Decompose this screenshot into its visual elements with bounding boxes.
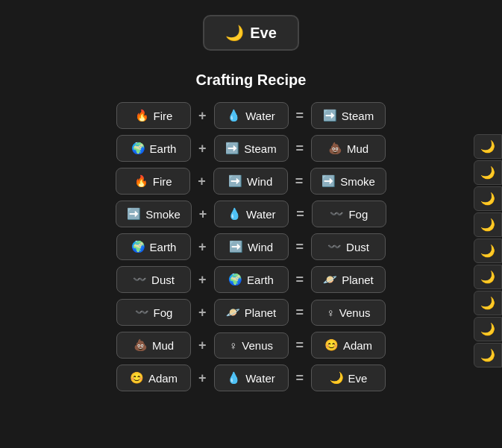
output-chip[interactable]: 〰️ Fog xyxy=(312,201,386,227)
input1-chip[interactable]: 🌍 Earth xyxy=(116,233,191,260)
recipe-row: 💩 Mud + ♀️ Venus = 😊 Adam xyxy=(116,332,386,359)
input2-label: Wind xyxy=(247,175,272,188)
output-emoji: 〰️ xyxy=(327,240,342,253)
equals-operator: = xyxy=(296,239,304,255)
input2-emoji: 💧 xyxy=(227,109,241,122)
input1-emoji: 🌍 xyxy=(131,240,145,253)
output-emoji: ♀️ xyxy=(327,306,335,319)
sidebar-moon-item[interactable]: 🌙 xyxy=(474,239,502,263)
plus-operator: + xyxy=(198,272,207,288)
recipe-row: 🔥 Fire + 💧 Water = ➡️ Steam xyxy=(116,102,386,129)
input1-emoji: 〰️ xyxy=(135,306,149,319)
output-label: Steam xyxy=(342,110,374,122)
sidebar-moon-item[interactable]: 🌙 xyxy=(474,212,502,237)
sidebar-moon-item[interactable]: 🌙 xyxy=(474,186,502,211)
input1-label: Smoke xyxy=(145,208,181,221)
sidebar-moon-item[interactable]: 🌙 xyxy=(474,291,502,315)
output-emoji: 😊 xyxy=(324,338,339,352)
sidebar-moon-item[interactable]: 🌙 xyxy=(474,343,502,367)
input2-emoji: ♀️ xyxy=(229,339,237,352)
recipe-row: 🌍 Earth + ➡️ Wind = 〰️ Dust xyxy=(116,233,386,260)
output-chip[interactable]: 🌙 Eve xyxy=(311,365,386,391)
input1-chip[interactable]: ➡️ Smoke xyxy=(116,201,192,227)
input1-chip[interactable]: 💩 Mud xyxy=(116,332,191,359)
input2-label: Wind xyxy=(248,241,273,253)
output-chip[interactable]: ➡️ Steam xyxy=(311,102,386,129)
equals-operator: = xyxy=(296,338,304,353)
output-label: Eve xyxy=(348,372,368,385)
input1-label: Dust xyxy=(151,274,175,286)
input2-emoji: 🪐 xyxy=(226,306,240,319)
input2-label: Water xyxy=(245,110,274,122)
output-label: Venus xyxy=(339,306,371,319)
input2-chip[interactable]: ➡️ Wind xyxy=(214,233,289,260)
input1-chip[interactable]: 〰️ Dust xyxy=(116,266,191,293)
output-chip[interactable]: ➡️ Smoke xyxy=(310,168,386,195)
output-chip[interactable]: ♀️ Venus xyxy=(311,300,386,326)
title-emoji: 🌙 xyxy=(225,24,244,42)
equals-operator: = xyxy=(296,108,304,124)
input2-chip[interactable]: 🌍 Earth xyxy=(214,266,289,293)
output-label: Smoke xyxy=(340,175,375,188)
recipe-row: 🌍 Earth + ➡️ Steam = 💩 Mud xyxy=(116,135,386,162)
input2-chip[interactable]: 💧 Water xyxy=(214,102,289,129)
sidebar-moon-item[interactable]: 🌙 xyxy=(474,160,502,185)
input2-chip[interactable]: ➡️ Steam xyxy=(214,135,289,162)
output-chip[interactable]: 💩 Mud xyxy=(311,135,386,162)
output-emoji: ➡️ xyxy=(323,109,337,122)
sidebar-moon-item[interactable]: 🌙 xyxy=(474,317,502,341)
input1-chip[interactable]: 〰️ Fog xyxy=(116,299,191,326)
output-emoji: 〰️ xyxy=(330,207,344,221)
input1-label: Fire xyxy=(154,110,173,122)
plus-operator: + xyxy=(199,206,207,222)
title-label: Eve xyxy=(250,25,277,42)
input1-emoji: 💩 xyxy=(134,338,148,352)
recipe-row: 〰️ Dust + 🌍 Earth = 🪐 Planet xyxy=(116,266,386,293)
sidebar-moons: 🌙🌙🌙🌙🌙🌙🌙🌙🌙 xyxy=(474,134,502,367)
output-chip[interactable]: 〰️ Dust xyxy=(311,233,386,260)
input1-chip[interactable]: 🌍 Earth xyxy=(116,135,191,162)
equals-operator: = xyxy=(296,272,304,288)
output-label: Adam xyxy=(343,339,372,352)
input2-label: Water xyxy=(245,372,274,385)
input2-chip[interactable]: 💧 Water xyxy=(214,365,289,391)
title-button[interactable]: 🌙 Eve xyxy=(203,15,299,51)
input2-label: Earth xyxy=(247,274,274,286)
input2-chip[interactable]: ♀️ Venus xyxy=(214,332,289,359)
recipes-container: 🔥 Fire + 💧 Water = ➡️ Steam 🌍 Earth + ➡️… xyxy=(116,102,386,391)
input1-emoji: 🔥 xyxy=(134,174,148,188)
input1-chip[interactable]: 🔥 Fire xyxy=(116,102,191,129)
sidebar-moon-item[interactable]: 🌙 xyxy=(474,134,502,159)
input2-label: Water xyxy=(246,208,275,221)
sidebar-moon-item[interactable]: 🌙 xyxy=(474,265,502,289)
input1-chip[interactable]: 😊 Adam xyxy=(116,365,191,391)
input2-chip[interactable]: 💧 Water xyxy=(214,201,289,227)
input1-label: Fog xyxy=(154,306,173,319)
output-chip[interactable]: 🪐 Planet xyxy=(311,266,386,293)
output-label: Dust xyxy=(346,241,369,253)
output-chip[interactable]: 😊 Adam xyxy=(311,332,386,359)
plus-operator: + xyxy=(198,108,207,124)
input1-label: Earth xyxy=(150,241,177,253)
input2-chip[interactable]: ➡️ Wind xyxy=(213,168,288,195)
equals-operator: = xyxy=(296,206,304,222)
input2-label: Planet xyxy=(245,306,277,319)
input2-emoji: 💧 xyxy=(228,207,242,221)
input2-emoji: ➡️ xyxy=(225,142,239,155)
input2-emoji: ➡️ xyxy=(228,174,242,188)
input1-chip[interactable]: 🔥 Fire xyxy=(116,168,190,195)
output-emoji: 🌙 xyxy=(330,371,344,385)
section-title: Crafting Recipe xyxy=(196,72,307,89)
plus-operator: + xyxy=(198,141,207,157)
input1-label: Mud xyxy=(152,339,174,352)
input2-label: Venus xyxy=(242,339,273,352)
input2-label: Steam xyxy=(244,142,276,155)
input1-label: Earth xyxy=(150,142,177,155)
output-label: Planet xyxy=(342,274,374,286)
input1-emoji: 🔥 xyxy=(135,109,149,122)
input2-emoji: 🌍 xyxy=(228,273,242,286)
input1-emoji: 😊 xyxy=(130,371,144,385)
plus-operator: + xyxy=(198,338,207,353)
plus-operator: + xyxy=(198,239,207,255)
input2-chip[interactable]: 🪐 Planet xyxy=(214,299,289,326)
